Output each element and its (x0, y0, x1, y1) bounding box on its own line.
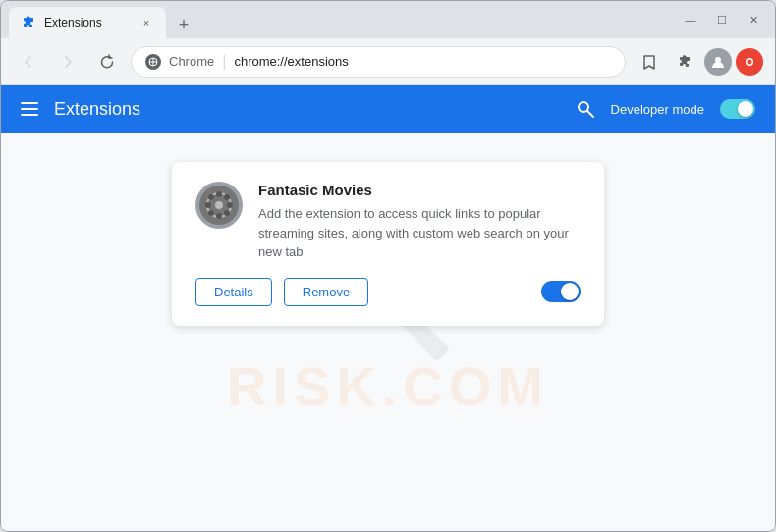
hamburger-line-2 (21, 108, 38, 110)
reload-button[interactable] (91, 46, 123, 78)
url-text: chrome://extensions (234, 54, 611, 69)
remove-button[interactable]: Remove (284, 278, 368, 306)
back-button[interactable] (13, 46, 44, 78)
forward-button[interactable] (52, 46, 83, 78)
nav-actions (634, 46, 763, 78)
address-separator: | (222, 53, 226, 71)
details-button[interactable]: Details (195, 278, 272, 306)
navigation-bar: Chrome | chrome://extensions (1, 38, 775, 85)
svg-point-14 (227, 202, 233, 208)
svg-point-11 (216, 191, 222, 197)
menu-button[interactable] (21, 102, 38, 116)
bookmark-button[interactable] (634, 46, 665, 78)
hamburger-line-3 (21, 114, 38, 116)
toggle-knob (738, 101, 753, 117)
extension-card: Fantasic Movies Add the extension to acc… (172, 162, 604, 326)
svg-point-10 (215, 201, 223, 209)
new-tab-button[interactable]: + (170, 11, 197, 38)
browser-name: Chrome (169, 54, 214, 69)
extension-details: Fantasic Movies Add the extension to acc… (258, 182, 581, 262)
watermark-text: RISK.COM (227, 354, 549, 418)
extension-toggle[interactable] (541, 281, 581, 302)
extension-name: Fantasic Movies (258, 182, 581, 198)
svg-point-12 (216, 213, 222, 219)
svg-line-7 (587, 111, 593, 117)
profile-button[interactable] (704, 48, 732, 76)
content-area: 🔍 RISK.COM (1, 133, 775, 531)
tab-close-button[interactable]: × (139, 15, 154, 30)
svg-point-13 (205, 202, 211, 208)
extension-actions: Details Remove (195, 278, 581, 306)
window-controls: — ☐ ✕ (677, 6, 767, 33)
hamburger-line-1 (21, 102, 38, 104)
extension-description: Add the extension to access quick links … (258, 204, 581, 262)
record-button[interactable] (736, 48, 763, 76)
maximize-button[interactable]: ☐ (708, 6, 736, 33)
address-bar[interactable]: Chrome | chrome://extensions (131, 46, 626, 78)
page-title: Extensions (54, 99, 560, 120)
svg-point-5 (748, 59, 752, 64)
svg-point-18 (208, 210, 214, 216)
svg-point-17 (224, 194, 230, 200)
browser-window: Extensions × + — ☐ ✕ (0, 0, 776, 532)
extension-toggle-knob (561, 283, 579, 300)
developer-mode-toggle[interactable] (720, 99, 755, 119)
svg-point-15 (208, 194, 214, 200)
search-button[interactable] (576, 99, 595, 119)
tab-strip: Extensions × + (9, 1, 669, 38)
extension-icon (195, 182, 243, 229)
title-bar: Extensions × + — ☐ ✕ (1, 1, 775, 38)
svg-point-16 (224, 210, 230, 216)
developer-mode-label: Developer mode (611, 102, 704, 117)
minimize-button[interactable]: — (677, 6, 704, 33)
extensions-header: Extensions Developer mode (1, 85, 775, 133)
extensions-button[interactable] (669, 46, 700, 78)
active-tab[interactable]: Extensions × (9, 7, 166, 38)
extension-info: Fantasic Movies Add the extension to acc… (195, 182, 581, 262)
close-button[interactable]: ✕ (740, 6, 767, 33)
site-icon (145, 54, 161, 70)
tab-favicon (21, 15, 36, 30)
tab-title: Extensions (44, 16, 131, 29)
